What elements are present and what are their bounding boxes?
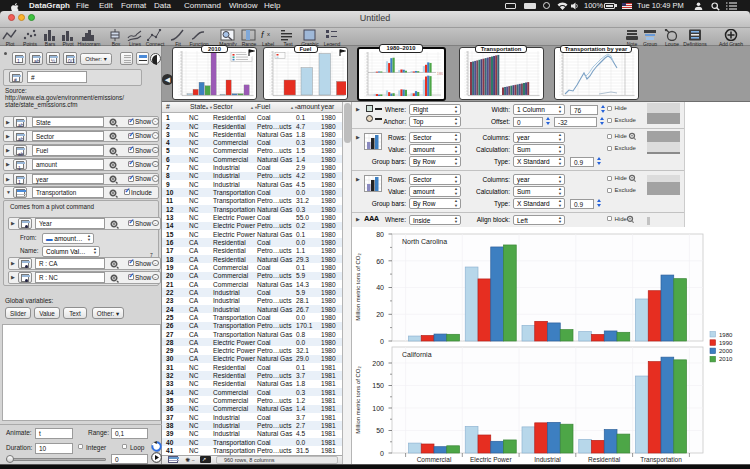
svg-text:50: 50 [376,427,384,434]
svg-text:200: 200 [372,360,384,367]
svg-text:f: f [261,30,265,40]
svg-text:1990: 1990 [719,340,733,346]
svg-text:80: 80 [376,231,384,238]
svg-text:2010: 2010 [719,356,733,362]
svg-text:0: 0 [380,338,384,345]
svg-text:2000: 2000 [719,348,733,354]
svg-text:x: x [267,31,270,37]
svg-text:100: 100 [372,405,384,412]
svg-text:Electric Power: Electric Power [470,456,512,463]
svg-text:40: 40 [376,284,384,291]
svg-text:Commercial: Commercial [417,456,452,463]
svg-text:California: California [402,351,432,358]
svg-text:1980: 1980 [719,332,733,338]
svg-text:0: 0 [380,450,384,457]
svg-text:1980: 1980 [437,72,443,76]
svg-text:150: 150 [372,382,384,389]
svg-text:Transportation: Transportation [640,456,682,464]
svg-text:Residential: Residential [588,456,621,463]
svg-text:Million metric tons of CO₂: Million metric tons of CO₂ [355,252,361,320]
svg-text:60: 60 [376,258,384,265]
svg-text:Million metric tons of CO₂: Million metric tons of CO₂ [355,365,361,433]
svg-text:North Carolina: North Carolina [402,238,447,245]
svg-text:Industrial: Industrial [534,456,561,463]
svg-text:20: 20 [376,311,384,318]
